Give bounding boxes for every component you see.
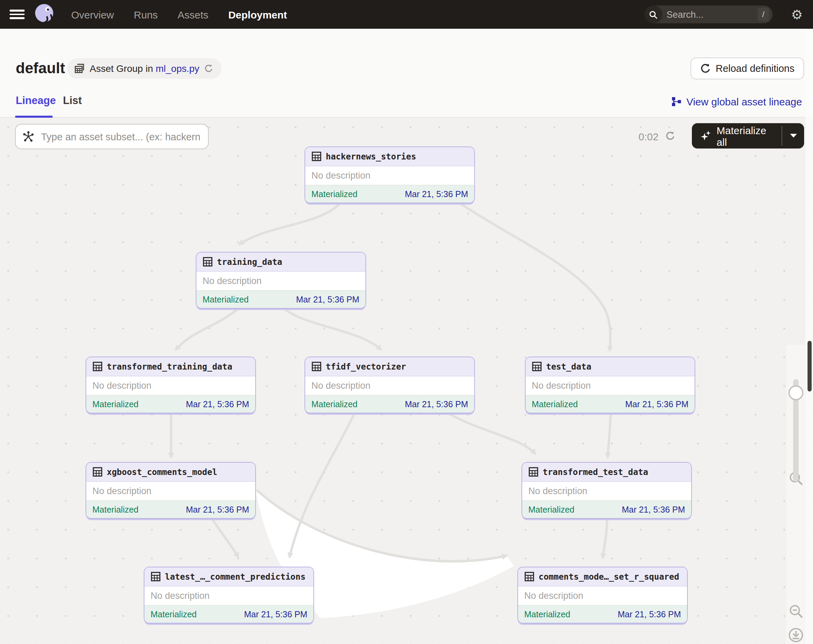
asset-subset-filter[interactable]	[15, 124, 209, 149]
materialization-timestamp[interactable]: Mar 21, 5:36 PM	[296, 294, 359, 304]
asset-name: transformed_training_data	[107, 362, 232, 371]
asset-node-header: comments_mode…_set_r_squared	[518, 567, 687, 587]
reload-icon	[700, 63, 711, 74]
status-badge: Materialized	[92, 399, 139, 409]
asset-description: No description	[305, 166, 474, 185]
materialize-options-caret[interactable]	[782, 123, 804, 149]
asset-status-bar: MaterializedMar 21, 5:36 PM	[305, 185, 474, 202]
materialization-timestamp[interactable]: Mar 21, 5:36 PM	[186, 399, 249, 409]
settings-gear-icon[interactable]: ⚙	[791, 8, 803, 21]
asset-name: comments_mode…_set_r_squared	[538, 572, 679, 581]
table-icon	[92, 361, 103, 372]
asset-description: No description	[86, 482, 255, 500]
asset-node[interactable]: tfidf_vectorizerNo descriptionMaterializ…	[305, 357, 475, 413]
status-badge: Materialized	[150, 609, 197, 619]
status-badge: Materialized	[311, 399, 357, 409]
asset-node[interactable]: latest_…_comment_predictionsNo descripti…	[144, 567, 314, 624]
status-badge: Materialized	[528, 505, 575, 514]
status-badge: Materialized	[92, 505, 139, 514]
page-header: default Asset Group in ml_ops.py Reload …	[0, 29, 813, 89]
materialization-timestamp[interactable]: Mar 21, 5:36 PM	[625, 399, 689, 409]
materialization-timestamp[interactable]: Mar 21, 5:36 PM	[244, 609, 307, 619]
status-badge: Materialized	[524, 609, 571, 619]
timer-refresh-icon[interactable]	[665, 131, 675, 141]
refresh-timer: 0:02	[638, 131, 658, 143]
asset-status-bar: MaterializedMar 21, 5:36 PM	[526, 395, 695, 412]
canvas-scrollbar-track[interactable]	[805, 0, 813, 644]
dagster-logo-icon[interactable]	[33, 3, 56, 26]
asset-name: tfidf_vectorizer	[326, 362, 406, 371]
hamburger-menu-icon[interactable]	[9, 9, 25, 19]
asset-status-bar: MaterializedMar 21, 5:36 PM	[86, 395, 255, 412]
download-image-button[interactable]	[786, 627, 805, 643]
asset-node-header: xgboost_comments_model	[86, 463, 255, 482]
materialization-timestamp[interactable]: Mar 21, 5:36 PM	[622, 505, 685, 514]
asset-node[interactable]: transformed_training_dataNo descriptionM…	[86, 357, 256, 413]
asset-name: latest_…_comment_predictions	[165, 572, 305, 581]
asset-node[interactable]: transformed_test_dataNo descriptionMater…	[522, 462, 692, 519]
asset-graph-icon	[23, 131, 34, 143]
asset-description: No description	[86, 376, 255, 395]
chevron-down-icon	[789, 133, 797, 138]
asset-node-header: transformed_training_data	[86, 357, 255, 376]
view-global-asset-lineage-link[interactable]: View global asset lineage	[671, 96, 802, 107]
materialize-all-button[interactable]: Materialize all	[692, 123, 782, 149]
materialize-all-split-button: Materialize all	[692, 123, 804, 149]
search-shortcut-key: /	[758, 8, 769, 21]
dagster-app: Overview Runs Assets Deployment / ⚙ defa…	[0, 0, 813, 644]
asset-group-badge: Asset Group in ml_ops.py	[67, 58, 222, 79]
page-title: default	[16, 61, 65, 76]
materialization-timestamp[interactable]: Mar 21, 5:36 PM	[405, 189, 468, 199]
tab-lineage[interactable]: Lineage	[16, 94, 56, 107]
top-navigation: Overview Runs Assets Deployment / ⚙	[0, 0, 813, 29]
nav-link-overview[interactable]: Overview	[71, 9, 114, 20]
asset-status-bar: MaterializedMar 21, 5:36 PM	[86, 500, 255, 518]
asset-description: No description	[526, 376, 695, 395]
nav-link-assets[interactable]: Assets	[178, 9, 209, 20]
table-icon	[528, 467, 538, 477]
table-icon	[150, 572, 161, 582]
asset-status-bar: MaterializedMar 21, 5:36 PM	[196, 290, 365, 308]
module-file-link[interactable]: ml_ops.py	[156, 63, 199, 74]
search-icon	[645, 6, 663, 23]
global-search[interactable]: /	[645, 6, 773, 23]
materialization-timestamp[interactable]: Mar 21, 5:36 PM	[186, 505, 249, 514]
nav-link-deployment[interactable]: Deployment	[228, 9, 287, 20]
asset-status-bar: MaterializedMar 21, 5:36 PM	[518, 605, 687, 623]
asset-node[interactable]: xgboost_comments_modelNo descriptionMate…	[86, 462, 256, 519]
table-icon	[202, 257, 213, 267]
status-badge: Materialized	[532, 399, 578, 409]
materialization-timestamp[interactable]: Mar 21, 5:36 PM	[618, 609, 681, 619]
search-input[interactable]	[663, 9, 758, 20]
canvas-scrollbar-thumb[interactable]	[807, 341, 811, 391]
asset-status-bar: MaterializedMar 21, 5:36 PM	[305, 395, 474, 412]
asset-name: training_data	[217, 257, 282, 267]
asset-name: hackernews_stories	[326, 152, 416, 161]
asset-node[interactable]: hackernews_storiesNo descriptionMaterial…	[305, 146, 475, 203]
table-icon	[532, 361, 542, 372]
zoom-out-button[interactable]	[786, 604, 805, 619]
asset-name: xgboost_comments_model	[107, 467, 217, 477]
table-icon	[524, 572, 534, 582]
asset-description: No description	[522, 482, 691, 500]
badge-refresh-icon[interactable]	[204, 64, 214, 73]
materialization-timestamp[interactable]: Mar 21, 5:36 PM	[405, 399, 468, 409]
asset-description: No description	[144, 587, 313, 605]
asset-node[interactable]: test_dataNo descriptionMaterializedMar 2…	[525, 357, 695, 413]
asset-node-header: hackernews_stories	[305, 147, 474, 166]
zoom-slider-handle[interactable]	[788, 385, 804, 400]
asset-node-header: transformed_test_data	[522, 463, 691, 482]
asset-status-bar: MaterializedMar 21, 5:36 PM	[144, 605, 313, 623]
reload-definitions-button[interactable]: Reload definitions	[690, 57, 804, 80]
asset-description: No description	[305, 376, 474, 395]
asset-node-header: test_data	[526, 357, 695, 376]
tab-list[interactable]: List	[63, 94, 82, 107]
sparkles-icon	[701, 130, 711, 142]
asset-node[interactable]: training_dataNo descriptionMaterializedM…	[196, 252, 366, 309]
asset-node[interactable]: comments_mode…_set_r_squaredNo descripti…	[517, 567, 688, 624]
table-stack-icon	[74, 63, 85, 74]
nav-link-runs[interactable]: Runs	[134, 9, 158, 20]
status-badge: Materialized	[202, 294, 249, 304]
asset-status-bar: MaterializedMar 21, 5:36 PM	[522, 500, 691, 518]
asset-subset-input[interactable]	[40, 130, 201, 143]
